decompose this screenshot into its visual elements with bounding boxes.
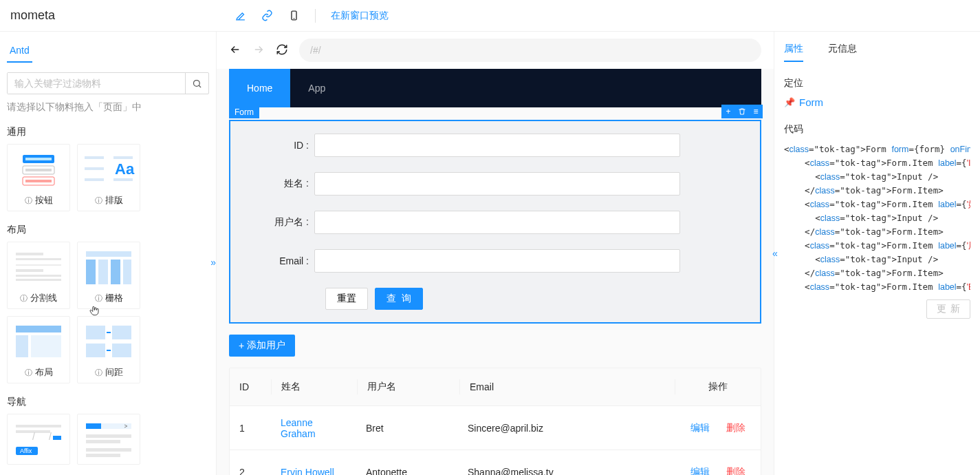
label-user: 用户名 : — [240, 216, 314, 229]
svg-rect-27 — [16, 326, 61, 332]
svg-rect-26 — [123, 260, 131, 284]
form-buttons: 重置 查询 — [240, 288, 750, 310]
svg-rect-5 — [25, 158, 52, 160]
form-row-name: 姓名 : — [240, 172, 750, 196]
col-user: 用户名 — [358, 381, 459, 393]
category-nav: 导航 — [7, 396, 209, 408]
topbar-divider — [315, 9, 316, 23]
input-email[interactable] — [314, 249, 680, 273]
edit-link[interactable]: 编辑 — [690, 466, 710, 476]
category-nav-row: //Affix — [7, 414, 209, 465]
col-ops: 操作 — [675, 381, 761, 393]
material-typography-label: ⓘ排版 — [95, 194, 123, 211]
app-root: mometa 在新窗口预览 Antd — [0, 0, 980, 475]
svg-rect-25 — [111, 260, 120, 284]
table-row: 1 Leanne Graham Bret Sincere@april.biz 编… — [230, 405, 761, 450]
locate-value[interactable]: 📌 Form — [784, 96, 970, 108]
form-outline[interactable]: ID : 姓名 : 用户名 : — [229, 120, 761, 324]
canvas-scroll[interactable]: Home App Form + ≡ ID — [217, 69, 774, 475]
materials-search-input[interactable] — [8, 73, 185, 94]
user-table: ID 姓名 用户名 Email 操作 1 Leanne Graham Bret … — [229, 368, 761, 475]
material-grid[interactable]: ⓘ栅格 — [77, 242, 140, 309]
material-breadcrumb[interactable] — [77, 414, 140, 465]
cell-name[interactable]: Leanne Graham — [271, 417, 356, 439]
update-button[interactable]: 更新 — [926, 299, 970, 319]
input-id[interactable] — [314, 134, 680, 157]
svg-rect-23 — [86, 260, 96, 284]
plus-icon: + — [239, 340, 244, 351]
nav-app[interactable]: App — [290, 69, 343, 107]
add-icon[interactable]: + — [721, 105, 735, 118]
tab-meta[interactable]: 元信息 — [828, 43, 857, 62]
search-icon[interactable] — [185, 73, 208, 94]
tab-antd[interactable]: Antd — [7, 42, 32, 63]
info-icon: ⓘ — [95, 196, 102, 206]
input-user[interactable] — [314, 211, 680, 234]
label-email: Email : — [240, 255, 314, 266]
right-collapse-icon[interactable]: « — [772, 248, 778, 259]
edit-link[interactable]: 编辑 — [690, 422, 710, 434]
mobile-icon[interactable] — [288, 10, 300, 21]
category-general-row: ⓘ按钮 Aa ⓘ排版 — [7, 144, 209, 211]
query-button[interactable]: 查询 — [375, 288, 423, 310]
menu-icon[interactable]: ≡ — [749, 105, 763, 118]
add-user-button[interactable]: +添加用户 — [229, 335, 295, 357]
main-area: Antd 请选择以下物料拖入「页面」中 通用 ⓘ按钮 — [0, 32, 980, 475]
form-row-email: Email : — [240, 249, 750, 273]
refresh-icon[interactable] — [276, 43, 288, 58]
material-button[interactable]: ⓘ按钮 — [7, 144, 70, 211]
delete-link[interactable]: 删除 — [726, 422, 745, 434]
col-email: Email — [460, 381, 675, 392]
selection-tag: Form — [229, 106, 259, 118]
preview-link[interactable]: 在新窗口预览 — [331, 10, 389, 22]
cell-name[interactable]: Ervin Howell — [271, 467, 356, 476]
materials-hint: 请选择以下物料拖入「页面」中 — [7, 101, 209, 114]
cell-user: Antonette — [356, 467, 458, 476]
delete-link[interactable]: 删除 — [726, 466, 745, 476]
url-input[interactable]: /#/ — [299, 39, 761, 62]
svg-rect-12 — [85, 178, 104, 181]
material-layout[interactable]: ⓘ布局 — [7, 316, 70, 383]
material-divider[interactable]: ⓘ分割线 — [7, 242, 70, 309]
material-label-text: 栅格 — [105, 292, 123, 304]
material-layout-preview — [8, 317, 69, 366]
right-tabs: 属性 元信息 — [784, 43, 970, 62]
edit-icon[interactable] — [235, 10, 246, 21]
input-name[interactable] — [314, 172, 680, 196]
cell-user: Bret — [356, 423, 458, 434]
svg-rect-46 — [86, 440, 120, 443]
info-icon: ⓘ — [25, 368, 32, 378]
svg-rect-32 — [86, 344, 105, 357]
url-text: /#/ — [310, 45, 321, 56]
tab-properties[interactable]: 属性 — [784, 43, 803, 62]
svg-text:Aa: Aa — [115, 160, 135, 178]
link-icon[interactable] — [261, 10, 273, 21]
delete-icon[interactable] — [735, 105, 749, 118]
svg-rect-7 — [25, 169, 52, 171]
material-space[interactable]: ⓘ间距 — [77, 316, 140, 383]
table-head: ID 姓名 用户名 Email 操作 — [230, 368, 761, 405]
material-divider-label: ⓘ分割线 — [20, 292, 57, 308]
forward-icon[interactable] — [252, 43, 265, 58]
materials-tabs: Antd — [7, 32, 209, 63]
svg-rect-29 — [31, 335, 61, 357]
selection-tag-text: Form — [229, 106, 259, 118]
material-label-text: 按钮 — [35, 194, 53, 207]
reset-button[interactable]: 重置 — [325, 288, 368, 310]
topbar: mometa 在新窗口预览 — [0, 0, 980, 32]
category-layout: 布局 — [7, 224, 209, 236]
category-general: 通用 — [7, 126, 209, 138]
material-typography[interactable]: Aa ⓘ排版 — [77, 144, 140, 211]
collapse-caret-icon[interactable]: » — [210, 257, 216, 268]
nav-home[interactable]: Home — [229, 69, 290, 107]
form-row-user: 用户名 : — [240, 211, 750, 234]
back-icon[interactable] — [229, 43, 241, 58]
label-name: 姓名 : — [240, 178, 314, 190]
properties-panel: « 属性 元信息 定位 📌 Form 代码 <class="tok-tag">F… — [774, 32, 980, 475]
form-row-id: ID : — [240, 134, 750, 157]
material-affix[interactable]: //Affix — [7, 414, 70, 465]
code-box[interactable]: <class="tok-tag">Form form={form} onFini… — [784, 142, 970, 294]
selection-actions: + ≡ — [721, 105, 763, 118]
svg-rect-44 — [86, 423, 101, 429]
page-nav: Home App — [229, 69, 761, 107]
